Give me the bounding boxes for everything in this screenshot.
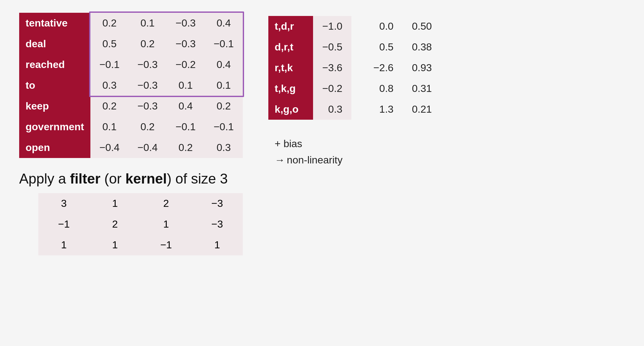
v1-cell: 0.8 <box>364 78 402 99</box>
data-cell: −0.3 <box>166 34 204 54</box>
score-cell: −0.5 <box>313 37 351 57</box>
data-cell: −0.3 <box>166 13 204 34</box>
filter-cell: 3 <box>38 193 89 214</box>
word-embedding-table: tentative0.20.1−0.30.4deal0.50.2−0.3−0.1… <box>19 13 243 158</box>
filter-cell: 1 <box>192 235 243 255</box>
data-cell: 0.2 <box>90 13 128 34</box>
table-row: reached−0.1−0.3−0.20.4 <box>19 54 243 75</box>
v2-cell: 0.31 <box>402 78 441 99</box>
data-cell: 0.4 <box>205 54 243 75</box>
score-cell: −1.0 <box>313 16 351 37</box>
data-cell: −0.1 <box>205 117 243 137</box>
filter-cell: −3 <box>192 193 243 214</box>
score-cell: −0.2 <box>313 78 351 99</box>
gap-cell <box>351 78 364 99</box>
row-label: keep <box>19 96 90 117</box>
v1-cell: −2.6 <box>364 57 402 78</box>
right-table-row: r,t,k−3.6−2.60.93 <box>268 57 441 78</box>
row-label: tentative <box>19 13 90 34</box>
table-row: keep0.2−0.30.40.2 <box>19 96 243 117</box>
data-cell: −0.1 <box>205 34 243 54</box>
right-table-row: t,d,r−1.00.00.50 <box>268 16 441 37</box>
data-cell: −0.1 <box>90 54 128 75</box>
v1-cell: 1.3 <box>364 99 402 120</box>
left-section: tentative0.20.1−0.30.4deal0.50.2−0.3−0.1… <box>19 13 243 255</box>
table-row: to0.3−0.30.10.1 <box>19 75 243 96</box>
table-row: tentative0.20.1−0.30.4 <box>19 13 243 34</box>
filter-cell: −3 <box>192 214 243 235</box>
data-cell: 0.2 <box>128 34 166 54</box>
filter-cell: 1 <box>38 235 89 255</box>
data-cell: −0.1 <box>166 117 204 137</box>
data-cell: −0.2 <box>166 54 204 75</box>
data-cell: 0.4 <box>166 96 204 117</box>
gap-cell <box>351 37 364 57</box>
v2-cell: 0.21 <box>402 99 441 120</box>
right-table-row: k,g,o0.31.30.21 <box>268 99 441 120</box>
data-cell: 0.2 <box>205 96 243 117</box>
right-row-label: d,r,t <box>268 37 313 57</box>
gap-cell <box>351 57 364 78</box>
filter-title: Apply a filter (or kernel) of size 3 <box>19 171 243 187</box>
score-cell: −3.6 <box>313 57 351 78</box>
data-cell: 0.3 <box>90 75 128 96</box>
data-cell: 0.5 <box>90 34 128 54</box>
data-cell: 0.1 <box>90 117 128 137</box>
filter-cell: 1 <box>89 235 141 255</box>
data-cell: 0.1 <box>205 75 243 96</box>
v2-cell: 0.93 <box>402 57 441 78</box>
right-table-row: t,k,g−0.20.80.31 <box>268 78 441 99</box>
row-label: government <box>19 117 90 137</box>
row-label: open <box>19 137 90 158</box>
filter-row: 11−11 <box>38 235 243 255</box>
filter-cell: 1 <box>141 214 192 235</box>
v2-cell: 0.50 <box>402 16 441 37</box>
data-cell: 0.2 <box>90 96 128 117</box>
row-label: reached <box>19 54 90 75</box>
filter-cell: −1 <box>141 235 192 255</box>
data-cell: 0.4 <box>205 13 243 34</box>
right-table-row: d,r,t−0.50.50.38 <box>268 37 441 57</box>
table-row: government0.10.2−0.1−0.1 <box>19 117 243 137</box>
data-cell: −0.3 <box>128 54 166 75</box>
v1-cell: 0.5 <box>364 37 402 57</box>
filter-cell: 1 <box>89 193 141 214</box>
score-cell: 0.3 <box>313 99 351 120</box>
filter-section: Apply a filter (or kernel) of size 3 312… <box>19 171 243 255</box>
gap-cell <box>351 16 364 37</box>
data-cell: 0.3 <box>205 137 243 158</box>
v2-cell: 0.38 <box>402 37 441 57</box>
data-cell: −0.4 <box>128 137 166 158</box>
data-cell: −0.4 <box>90 137 128 158</box>
filter-cell: −1 <box>38 214 89 235</box>
right-row-label: t,d,r <box>268 16 313 37</box>
right-row-label: k,g,o <box>268 99 313 120</box>
filter-cell: 2 <box>89 214 141 235</box>
table-row: deal0.50.2−0.3−0.1 <box>19 34 243 54</box>
gap-cell <box>351 99 364 120</box>
data-cell: 0.2 <box>166 137 204 158</box>
right-row-label: t,k,g <box>268 78 313 99</box>
right-result-table: t,d,r−1.00.00.50d,r,t−0.50.50.38r,t,k−3.… <box>268 16 441 120</box>
data-cell: −0.3 <box>128 75 166 96</box>
bias-note: + bias→non-linearity <box>275 136 441 168</box>
row-label: to <box>19 75 90 96</box>
filter-row: 312−3 <box>38 193 243 214</box>
v1-cell: 0.0 <box>364 16 402 37</box>
data-cell: 0.1 <box>166 75 204 96</box>
row-label: deal <box>19 34 90 54</box>
filter-table: 312−3−121−311−11 <box>38 193 243 255</box>
word-table-wrapper: tentative0.20.1−0.30.4deal0.50.2−0.3−0.1… <box>19 13 243 158</box>
right-row-label: r,t,k <box>268 57 313 78</box>
data-cell: 0.2 <box>128 117 166 137</box>
data-cell: −0.3 <box>128 96 166 117</box>
data-cell: 0.1 <box>128 13 166 34</box>
filter-row: −121−3 <box>38 214 243 235</box>
filter-cell: 2 <box>141 193 192 214</box>
table-row: open−0.4−0.40.20.3 <box>19 137 243 158</box>
right-section: t,d,r−1.00.00.50d,r,t−0.50.50.38r,t,k−3.… <box>268 16 441 168</box>
